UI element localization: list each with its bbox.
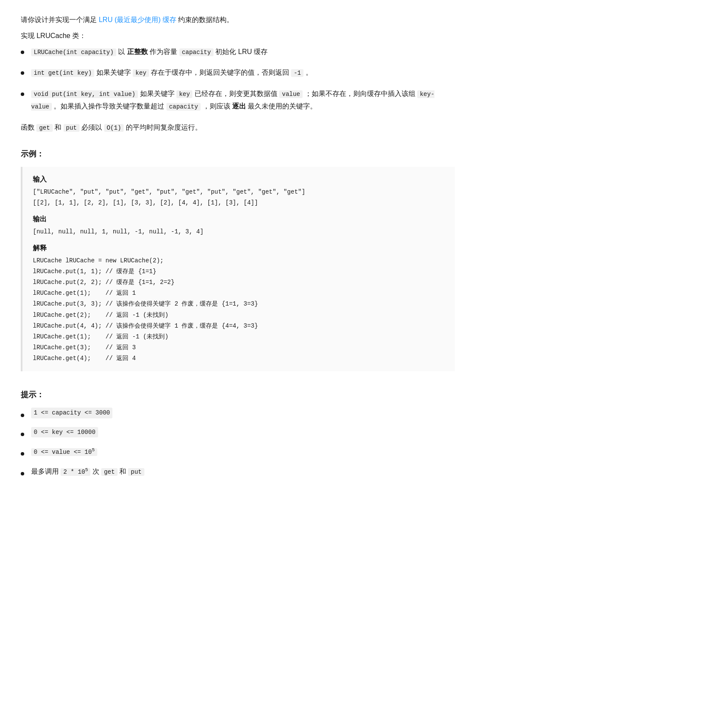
bullet-list: LRUCache(int capacity) 以 正整数 作为容量 capaci…: [21, 46, 455, 113]
input-line2: [[2], [1, 1], [2, 2], [1], [3, 3], [2], …: [33, 198, 444, 208]
lru-link[interactable]: LRU (最近最少使用) 缓存: [99, 16, 176, 23]
code-o1: O(1): [104, 124, 124, 132]
hints-list: 1 <= capacity <= 3000 0 <= key <= 10000 …: [21, 408, 455, 477]
hints-title: 提示：: [21, 389, 455, 401]
hint-dot-4: [21, 472, 24, 475]
code-put-hint: put: [128, 468, 144, 476]
hint-dot-1: [21, 414, 24, 417]
explain-line-5: lRUCache.get(2); // 返回 -1 (未找到): [33, 310, 444, 321]
code-key-2: key: [176, 90, 192, 98]
bullet-1: LRUCache(int capacity) 以 正整数 作为容量 capaci…: [21, 46, 455, 58]
code-hint-value: 0 <= value <= 105: [31, 448, 97, 456]
explain-line-7: lRUCache.get(1); // 返回 -1 (未找到): [33, 332, 444, 342]
bullet-2: int get(int key) 如果关键字 key 存在于缓存中，则返回关键字…: [21, 67, 455, 79]
output-label: 输出: [33, 214, 444, 225]
code-hint-calls: 2 * 105: [61, 468, 90, 476]
code-get: int get(int key): [31, 69, 94, 77]
hint-2: 0 <= key <= 10000: [21, 427, 455, 437]
code-put: void put(int key, int value): [31, 90, 138, 98]
hint-1: 1 <= capacity <= 3000: [21, 408, 455, 418]
explain-line-8: lRUCache.get(3); // 返回 3: [33, 342, 444, 353]
example-box: 输入 ["LRUCache", "put", "put", "get", "pu…: [21, 167, 455, 371]
explain-label: 解释: [33, 242, 444, 254]
explain-line-1: lRUCache.put(1, 1); // 缓存是 {1=1}: [33, 266, 444, 277]
example-section: 示例： 输入 ["LRUCache", "put", "put", "get",…: [21, 148, 455, 371]
bullet-1-content: LRUCache(int capacity) 以 正整数 作为容量 capaci…: [31, 46, 268, 58]
explain-line-0: LRUCache lRUCache = new LRUCache(2);: [33, 255, 444, 266]
hint-3: 0 <= value <= 105: [21, 446, 455, 457]
hints-section: 提示： 1 <= capacity <= 3000 0 <= key <= 10…: [21, 389, 455, 477]
code-hint-key: 0 <= key <= 10000: [31, 427, 98, 437]
code-capacity-2: capacity: [166, 103, 201, 111]
bold-zhengzheng: 正整数: [127, 48, 148, 55]
code-lrucache-constructor: LRUCache(int capacity): [31, 48, 116, 56]
explain-line-6: lRUCache.put(4, 4); // 该操作会使得关键字 1 作废，缓存…: [33, 321, 444, 332]
bullet-2-content: int get(int key) 如果关键字 key 存在于缓存中，则返回关键字…: [31, 67, 313, 79]
explain-line-2: lRUCache.put(2, 2); // 缓存是 {1=1, 2=2}: [33, 277, 444, 288]
code-get-ref: get: [36, 124, 52, 132]
intro-section: 请你设计并实现一个满足 LRU (最近最少使用) 缓存 约束的数据结构。 实现 …: [21, 14, 455, 42]
bullet-3-content: void put(int key, int value) 如果关键字 key 已…: [31, 88, 455, 113]
bold-expel: 逐出: [232, 102, 246, 110]
bullet-dot-3: [21, 92, 24, 96]
code-capacity-1: capacity: [179, 48, 214, 56]
intro-line2: 实现 LRUCache 类：: [21, 30, 455, 42]
code-value-1: value: [279, 90, 303, 98]
intro-pre: 请你设计并实现一个满足: [21, 16, 99, 23]
intro-line1: 请你设计并实现一个满足 LRU (最近最少使用) 缓存 约束的数据结构。: [21, 14, 455, 26]
output-value: [null, null, null, 1, null, -1, null, -1…: [33, 226, 444, 237]
code-minus1: -1: [291, 69, 303, 77]
hint-4-content: 最多调用 2 * 105 次 get 和 put: [31, 466, 144, 477]
code-hint-capacity: 1 <= capacity <= 3000: [31, 408, 112, 418]
intro-post: 约束的数据结构。: [176, 16, 233, 23]
sup-5-calls: 5: [85, 467, 88, 472]
input-line1: ["LRUCache", "put", "put", "get", "put",…: [33, 187, 444, 198]
hint-dot-2: [21, 433, 24, 436]
bullet-dot-2: [21, 71, 24, 75]
complexity-note: 函数 get 和 put 必须以 O(1) 的平均时间复杂度运行。: [21, 121, 455, 134]
example-title: 示例：: [21, 148, 455, 160]
bullet-3: void put(int key, int value) 如果关键字 key 已…: [21, 88, 455, 113]
explain-lines: LRUCache lRUCache = new LRUCache(2); lRU…: [33, 255, 444, 364]
explain-line-3: lRUCache.get(1); // 返回 1: [33, 288, 444, 299]
input-label: 输入: [33, 174, 444, 185]
code-put-ref: put: [64, 124, 80, 132]
code-get-hint: get: [101, 468, 117, 476]
sup-5-value: 5: [92, 448, 95, 453]
explain-line-9: lRUCache.get(4); // 返回 4: [33, 353, 444, 364]
explain-line-4: lRUCache.put(3, 3); // 该操作会使得关键字 2 作废，缓存…: [33, 299, 444, 309]
bullet-dot-1: [21, 51, 24, 54]
hint-dot-3: [21, 452, 24, 456]
hint-4: 最多调用 2 * 105 次 get 和 put: [21, 466, 455, 477]
code-key-1: key: [133, 69, 149, 77]
